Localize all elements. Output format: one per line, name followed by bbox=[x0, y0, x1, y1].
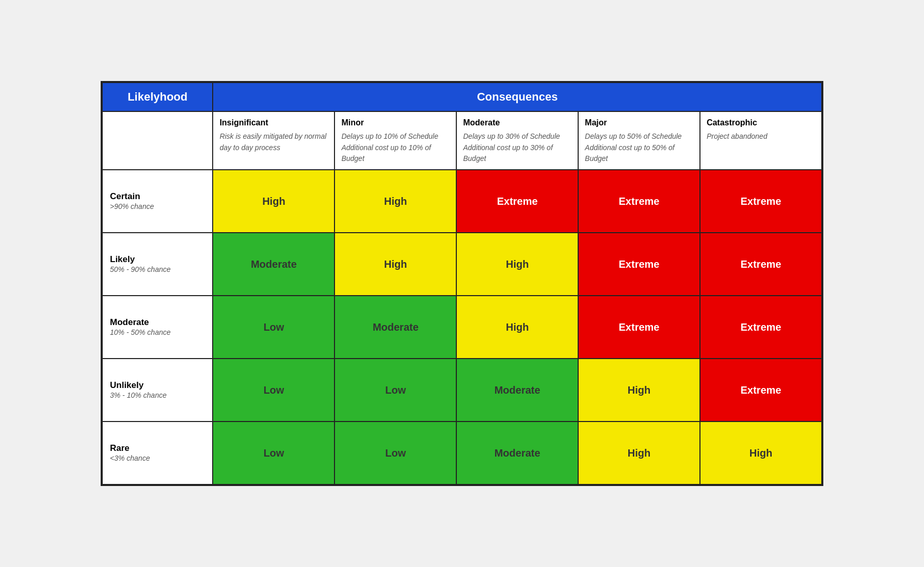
risk-label-r3-c0: Low bbox=[213, 359, 334, 421]
row-title-0: Certain bbox=[110, 191, 205, 202]
risk-label-r0-c0: High bbox=[213, 170, 334, 232]
corner-cell bbox=[102, 111, 213, 170]
data-row-1: Likely 50% - 90% chance ModerateHighHigh… bbox=[102, 233, 822, 296]
col-desc-1: Delays up to 10% of Schedule Additional … bbox=[341, 132, 438, 163]
col-title-1: Minor bbox=[341, 117, 450, 128]
risk-cell-r4-c0: Low bbox=[213, 422, 334, 484]
row-desc-3: 3% - 10% chance bbox=[110, 391, 167, 399]
risk-cell-r0-c2: Extreme bbox=[456, 170, 578, 233]
risk-cell-r2-c4: Extreme bbox=[700, 296, 822, 359]
risk-label-r4-c0: Low bbox=[213, 422, 334, 484]
risk-label-r1-c3: Extreme bbox=[579, 233, 699, 295]
risk-label-r2-c4: Extreme bbox=[700, 296, 821, 358]
risk-label-r1-c4: Extreme bbox=[700, 233, 821, 295]
col-title-2: Moderate bbox=[463, 117, 571, 128]
risk-cell-r1-c4: Extreme bbox=[700, 233, 822, 296]
row-title-3: Unlikely bbox=[110, 380, 205, 391]
col-header-2: Moderate Delays up to 30% of Schedule Ad… bbox=[456, 111, 578, 170]
risk-cell-r2-c0: Low bbox=[213, 296, 334, 359]
data-row-4: Rare <3% chance LowLowModerateHighHigh bbox=[102, 422, 822, 484]
risk-cell-r1-c0: Moderate bbox=[213, 233, 334, 296]
row-header-4: Rare <3% chance bbox=[102, 422, 213, 484]
col-title-0: Insignificant bbox=[219, 117, 328, 128]
risk-label-r1-c2: High bbox=[457, 233, 578, 295]
col-header-1: Minor Delays up to 10% of Schedule Addit… bbox=[334, 111, 456, 170]
risk-label-r4-c1: Low bbox=[335, 422, 456, 484]
data-row-2: Moderate 10% - 50% chance LowModerateHig… bbox=[102, 296, 822, 359]
risk-cell-r0-c4: Extreme bbox=[700, 170, 822, 233]
risk-cell-r4-c1: Low bbox=[334, 422, 456, 484]
col-header-3: Major Delays up to 50% of Schedule Addit… bbox=[578, 111, 700, 170]
risk-cell-r2-c2: High bbox=[456, 296, 578, 359]
row-desc-0: >90% chance bbox=[110, 202, 154, 210]
risk-cell-r1-c1: High bbox=[334, 233, 456, 296]
column-header-row: Insignificant Risk is easily mitigated b… bbox=[102, 111, 822, 170]
row-desc-2: 10% - 50% chance bbox=[110, 328, 171, 336]
risk-label-r0-c1: High bbox=[335, 170, 456, 232]
risk-cell-r0-c0: High bbox=[213, 170, 334, 233]
risk-cell-r4-c4: High bbox=[700, 422, 822, 484]
risk-label-r1-c1: High bbox=[335, 233, 456, 295]
col-header-0: Insignificant Risk is easily mitigated b… bbox=[213, 111, 334, 170]
col-title-4: Catastrophic bbox=[707, 117, 815, 128]
risk-label-r1-c0: Moderate bbox=[213, 233, 334, 295]
risk-cell-r3-c0: Low bbox=[213, 359, 334, 422]
risk-label-r0-c2: Extreme bbox=[457, 170, 578, 232]
risk-cell-r1-c3: Extreme bbox=[578, 233, 700, 296]
risk-cell-r1-c2: High bbox=[456, 233, 578, 296]
risk-label-r2-c2: High bbox=[457, 296, 578, 358]
data-row-3: Unlikely 3% - 10% chance LowLowModerateH… bbox=[102, 359, 822, 422]
row-header-2: Moderate 10% - 50% chance bbox=[102, 296, 213, 359]
risk-cell-r3-c2: Moderate bbox=[456, 359, 578, 422]
col-desc-3: Delays up to 50% of Schedule Additional … bbox=[585, 132, 682, 163]
col-header-4: Catastrophic Project abandoned bbox=[700, 111, 822, 170]
col-title-3: Major bbox=[585, 117, 693, 128]
risk-cell-r3-c4: Extreme bbox=[700, 359, 822, 422]
consequences-header: Consequences bbox=[213, 83, 822, 111]
risk-label-r3-c4: Extreme bbox=[700, 359, 821, 421]
risk-cell-r4-c3: High bbox=[578, 422, 700, 484]
row-header-0: Certain >90% chance bbox=[102, 170, 213, 233]
row-desc-1: 50% - 90% chance bbox=[110, 265, 171, 273]
risk-label-r4-c4: High bbox=[700, 422, 821, 484]
row-header-1: Likely 50% - 90% chance bbox=[102, 233, 213, 296]
likelihood-header: Likelyhood bbox=[102, 83, 213, 111]
risk-label-r2-c0: Low bbox=[213, 296, 334, 358]
risk-cell-r3-c1: Low bbox=[334, 359, 456, 422]
risk-label-r2-c1: Moderate bbox=[335, 296, 456, 358]
risk-cell-r2-c1: Moderate bbox=[334, 296, 456, 359]
risk-matrix-table: Likelyhood Consequences Insignificant Ri… bbox=[102, 82, 822, 485]
row-title-2: Moderate bbox=[110, 317, 205, 328]
row-header-3: Unlikely 3% - 10% chance bbox=[102, 359, 213, 422]
header-row: Likelyhood Consequences bbox=[102, 83, 822, 111]
col-desc-4: Project abandoned bbox=[707, 132, 768, 140]
risk-cell-r3-c3: High bbox=[578, 359, 700, 422]
row-desc-4: <3% chance bbox=[110, 454, 150, 462]
risk-label-r2-c3: Extreme bbox=[579, 296, 699, 358]
row-title-4: Rare bbox=[110, 443, 205, 453]
risk-label-r0-c3: Extreme bbox=[579, 170, 699, 232]
risk-cell-r2-c3: Extreme bbox=[578, 296, 700, 359]
risk-matrix-wrapper: Likelyhood Consequences Insignificant Ri… bbox=[101, 81, 823, 486]
risk-label-r3-c2: Moderate bbox=[457, 359, 578, 421]
risk-label-r4-c3: High bbox=[579, 422, 699, 484]
row-title-1: Likely bbox=[110, 254, 205, 265]
risk-cell-r0-c3: Extreme bbox=[578, 170, 700, 233]
risk-label-r3-c1: Low bbox=[335, 359, 456, 421]
risk-label-r4-c2: Moderate bbox=[457, 422, 578, 484]
risk-label-r0-c4: Extreme bbox=[700, 170, 821, 232]
data-row-0: Certain >90% chance HighHighExtremeExtre… bbox=[102, 170, 822, 233]
col-desc-0: Risk is easily mitigated by normal day t… bbox=[219, 132, 326, 152]
risk-cell-r0-c1: High bbox=[334, 170, 456, 233]
col-desc-2: Delays up to 30% of Schedule Additional … bbox=[463, 132, 560, 163]
risk-label-r3-c3: High bbox=[579, 359, 699, 421]
risk-cell-r4-c2: Moderate bbox=[456, 422, 578, 484]
